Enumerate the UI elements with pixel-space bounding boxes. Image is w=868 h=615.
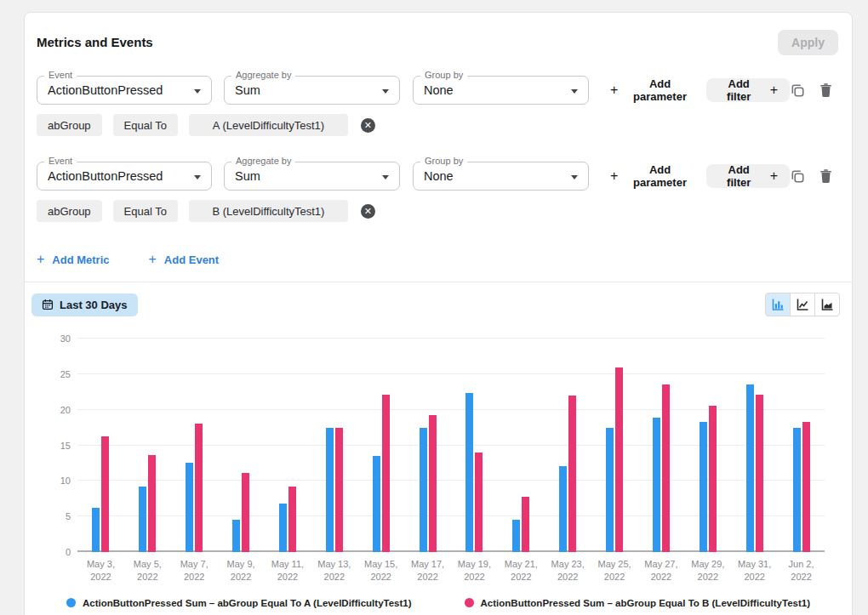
bar-group [591, 339, 638, 552]
filter-chips-row-1: abGroup Equal To A (LevelDifficultyTest1… [37, 114, 840, 136]
x-axis-label: May 17,2022 [404, 558, 451, 584]
add-filter-button[interactable]: Add filter + [706, 78, 790, 102]
bar-series-a[interactable] [559, 466, 567, 552]
bar-series-a[interactable] [326, 428, 334, 552]
plus-icon: + [37, 253, 44, 266]
bar-group [545, 339, 591, 552]
bar-group [77, 339, 124, 552]
date-range-button[interactable]: Last 30 Days [31, 293, 138, 316]
bar-series-a[interactable] [746, 384, 754, 552]
add-parameter-button[interactable]: + Add parameter [610, 77, 694, 103]
x-axis-label: May 31,2022 [731, 558, 778, 584]
bar-group [684, 339, 731, 552]
bar-group [404, 339, 451, 552]
x-axis-labels: May 3,2022May 5,2022May 7,2022May 9,2022… [77, 558, 825, 584]
duplicate-button[interactable] [790, 168, 806, 185]
bar-series-a[interactable] [653, 418, 660, 552]
groupby-select[interactable]: Group by None [413, 162, 589, 191]
aggregate-select-label: Aggregate by [231, 156, 295, 166]
event-select[interactable]: Event ActionButtonPressed [37, 162, 212, 191]
bar-series-b[interactable] [382, 395, 390, 552]
add-parameter-button[interactable]: + Add parameter [610, 163, 694, 189]
x-axis-label: May 19,2022 [451, 558, 498, 584]
add-filter-button[interactable]: Add filter + [706, 164, 790, 188]
bar-series-b[interactable] [709, 406, 717, 552]
bar-series-b[interactable] [568, 396, 576, 552]
metric-row-2: Event ActionButtonPressed Aggregate by S… [37, 162, 840, 222]
bar-series-a[interactable] [465, 393, 473, 552]
bar-series-a[interactable] [420, 428, 427, 552]
apply-button[interactable]: Apply [778, 30, 838, 55]
bar-series-b[interactable] [101, 436, 109, 552]
calendar-icon [42, 299, 54, 310]
date-range-label: Last 30 Days [60, 299, 128, 311]
filter-operator-chip: Equal To [113, 200, 178, 222]
bar-series-b[interactable] [802, 422, 810, 552]
bar-series-b[interactable] [288, 487, 296, 552]
bar-group [124, 339, 171, 552]
y-axis-tick: 10 [47, 475, 71, 486]
add-parameter-label: Add parameter [625, 77, 694, 103]
remove-filter-button[interactable]: ✕ [361, 204, 375, 219]
bar-chart-toggle[interactable] [765, 293, 791, 316]
remove-filter-button[interactable]: ✕ [361, 118, 375, 133]
legend-item-series-a[interactable]: ActionButtonPressed Sum – abGroup Equal … [66, 598, 412, 608]
bar-series-a[interactable] [232, 520, 240, 552]
x-axis-label: May 5,2022 [124, 558, 171, 584]
close-icon: ✕ [364, 207, 372, 216]
event-select-label: Event [44, 156, 77, 166]
bar-series-b[interactable] [756, 395, 763, 552]
x-axis-label: May 11,2022 [265, 558, 311, 584]
filter-param-chip: abGroup [37, 114, 102, 136]
filter-chips-row-2: abGroup Equal To B (LevelDifficultyTest1… [37, 200, 840, 222]
add-filter-label: Add filter [718, 163, 760, 189]
copy-icon [790, 83, 806, 99]
caret-down-icon [194, 175, 201, 179]
chart-legend: ActionButtonPressed Sum – abGroup Equal … [25, 598, 852, 608]
x-axis-label: May 15,2022 [357, 558, 404, 584]
x-axis-label: May 23,2022 [545, 558, 591, 584]
x-axis-label: May 21,2022 [498, 558, 545, 584]
add-links-row: + Add Metric + Add Event [37, 253, 840, 266]
panel-header: Metrics and Events Apply [25, 13, 852, 55]
bar-series-a[interactable] [373, 456, 380, 552]
aggregate-select[interactable]: Aggregate by Sum [224, 76, 400, 105]
bar-series-b[interactable] [429, 415, 437, 552]
add-metric-button[interactable]: + Add Metric [37, 253, 110, 266]
bar-series-a[interactable] [186, 463, 193, 552]
bar-series-b[interactable] [335, 428, 343, 552]
bar-series-a[interactable] [700, 422, 707, 552]
bar-series-b[interactable] [242, 473, 249, 552]
delete-button[interactable] [819, 83, 833, 98]
close-icon: ✕ [364, 121, 372, 130]
bar-series-a[interactable] [606, 428, 614, 552]
x-axis-label: May 27,2022 [638, 558, 685, 584]
event-select[interactable]: Event ActionButtonPressed [37, 76, 212, 105]
x-axis-label: May 29,2022 [684, 558, 731, 584]
add-event-button[interactable]: + Add Event [149, 253, 220, 266]
caret-down-icon [571, 89, 578, 94]
legend-item-series-b[interactable]: ActionButtonPressed Sum – abGroup Equal … [465, 598, 810, 608]
groupby-select[interactable]: Group by None [413, 76, 589, 105]
y-axis-tick: 15 [47, 441, 71, 451]
metrics-and-events-panel: Metrics and Events Apply Event ActionBut… [24, 12, 853, 615]
bar-series-a[interactable] [793, 428, 801, 552]
delete-button[interactable] [819, 168, 833, 184]
bar-series-b[interactable] [662, 384, 670, 552]
aggregate-select[interactable]: Aggregate by Sum [224, 162, 400, 191]
bar-series-b[interactable] [148, 455, 156, 552]
bar-series-a[interactable] [139, 487, 146, 552]
bar-series-a[interactable] [279, 504, 287, 552]
bar-series-b[interactable] [615, 367, 623, 552]
area-chart-toggle[interactable] [814, 293, 840, 316]
x-axis-label: Jun 2,2022 [778, 558, 825, 584]
bar-series-b[interactable] [522, 497, 529, 552]
line-chart-toggle[interactable] [790, 293, 815, 316]
bar-series-a[interactable] [512, 520, 520, 552]
filter-value-chip: A (LevelDifficultyTest1) [189, 114, 348, 136]
series-a-dot-icon [66, 598, 76, 607]
bar-series-b[interactable] [195, 424, 203, 552]
bar-series-a[interactable] [92, 508, 100, 552]
bar-series-b[interactable] [475, 453, 483, 552]
duplicate-button[interactable] [790, 83, 806, 99]
